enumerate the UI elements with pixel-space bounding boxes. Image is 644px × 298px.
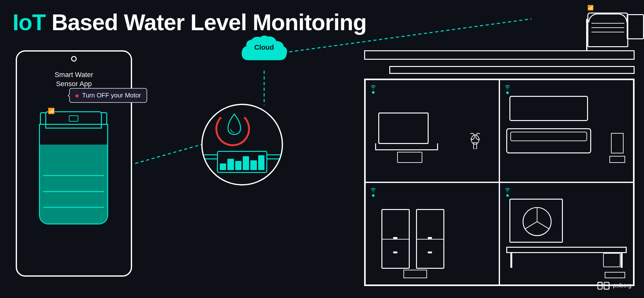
bar-sensor xyxy=(217,151,267,173)
water-drop-icon xyxy=(225,113,244,136)
cloud-wrapper: Cloud xyxy=(239,35,289,67)
bar-item xyxy=(227,159,234,170)
bar-item xyxy=(250,160,257,170)
room3-wifi-dot xyxy=(372,194,375,197)
roof-tank-main xyxy=(587,13,628,47)
desk-leg-right xyxy=(621,252,623,268)
sofa-back xyxy=(510,132,587,141)
tank-wifi-icon: 📶 xyxy=(48,108,55,114)
water-tank: 📶 xyxy=(39,105,108,231)
svg-rect-9 xyxy=(598,282,602,286)
notification-bubble: Turn OFF your Motor xyxy=(69,88,147,103)
room4-chair xyxy=(603,253,620,267)
bar-item xyxy=(220,163,226,170)
pie-chart xyxy=(518,204,556,239)
room2-bed-top xyxy=(509,96,588,121)
room1-item-box xyxy=(397,152,422,163)
cabinet-handle-4 xyxy=(428,251,432,253)
bar-item xyxy=(235,161,242,170)
notification-dot xyxy=(75,94,79,97)
roof-tank-stripes xyxy=(591,23,624,36)
room3-cabinet-left xyxy=(381,209,410,269)
room2-wifi-icon xyxy=(504,83,511,94)
tablet-mockup: Smart WaterSensor App 📶 xyxy=(16,50,132,277)
desk-leg-left xyxy=(510,252,512,268)
roof-tank-stripe-3 xyxy=(591,32,624,32)
house-top-bar xyxy=(364,50,635,60)
svg-line-0 xyxy=(135,145,201,163)
tank-handle-left xyxy=(40,112,46,125)
tank-sensor xyxy=(69,115,78,122)
brand-name: psiborg xyxy=(613,282,631,289)
room1-wifi-dot xyxy=(372,91,375,94)
bar-item xyxy=(243,156,249,170)
roof-tank-stripe-2 xyxy=(591,27,624,28)
roof-tank-small xyxy=(627,14,644,39)
roof-tank: 📶 xyxy=(587,13,628,47)
rooms-grid xyxy=(364,79,635,286)
room4-item-box xyxy=(605,272,625,278)
room1-desk xyxy=(375,143,438,150)
tank-stripe-3 xyxy=(43,207,104,208)
cabinet-handle-1 xyxy=(393,237,397,239)
cloud-label: Cloud xyxy=(254,43,274,52)
room1-wifi-icon xyxy=(369,83,377,94)
roof-tank-stripe-1 xyxy=(591,23,624,24)
title-rest: Based Water Level Monitoring xyxy=(46,10,366,35)
svg-rect-11 xyxy=(604,286,609,289)
title-iot: IoT xyxy=(13,10,46,35)
room3-item xyxy=(403,270,427,278)
house: 📶 xyxy=(364,50,635,286)
house-second-bar xyxy=(389,66,635,74)
tank-stripe-2 xyxy=(43,191,104,192)
bar-item xyxy=(258,155,264,170)
cabinet-divider xyxy=(382,239,409,240)
tank-body xyxy=(39,124,108,224)
room3-wifi-icon xyxy=(369,186,377,197)
brand-logo: psiborg xyxy=(597,279,631,292)
roof-wifi-icon: 📶 xyxy=(587,5,594,11)
room4-screen xyxy=(509,199,563,243)
pipe-left xyxy=(201,154,218,159)
tank-fill xyxy=(40,145,107,224)
room-office xyxy=(499,182,634,285)
tank-stripe-1 xyxy=(43,175,104,176)
room2-wifi-dot xyxy=(506,91,509,94)
tablet-camera xyxy=(71,56,77,62)
room1-tv xyxy=(378,113,429,144)
sensor-circle xyxy=(201,104,283,185)
notification-text: Turn OFF your Motor xyxy=(82,92,141,99)
room-bedroom xyxy=(499,80,634,182)
room1-plant xyxy=(470,127,480,150)
app-title: Smart WaterSensor App xyxy=(20,70,128,88)
sensor-inner xyxy=(208,110,277,179)
room2-item-box xyxy=(609,156,625,163)
cabinet-handle-3 xyxy=(428,237,432,239)
room4-desk xyxy=(506,247,627,253)
room-living xyxy=(365,80,499,182)
cabinet-divider-r xyxy=(417,239,443,240)
cabinet-handle-2 xyxy=(393,251,397,253)
room4-wifi-dot xyxy=(506,194,509,197)
psiborg-icon xyxy=(597,279,610,292)
room2-small-box xyxy=(611,133,624,153)
room-storage xyxy=(365,182,499,285)
tank-handle-right xyxy=(101,112,107,125)
pipe-right xyxy=(266,154,283,159)
room4-wifi-icon xyxy=(504,186,511,197)
room3-cabinet-right xyxy=(416,209,444,269)
page-title: IoT Based Water Level Monitoring xyxy=(13,9,366,35)
room2-sofa xyxy=(506,128,591,153)
svg-rect-3 xyxy=(474,143,477,149)
